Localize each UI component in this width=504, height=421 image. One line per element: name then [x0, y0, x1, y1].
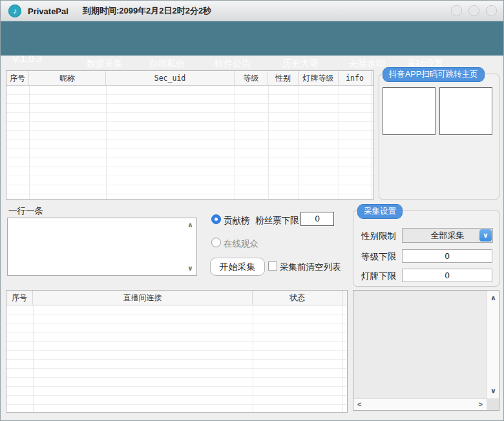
horizontal-scrollbar[interactable]: < >	[353, 398, 487, 410]
scrollbar-corner	[487, 398, 499, 410]
col-badge-level[interactable]: 灯牌等级	[299, 71, 339, 85]
collect-settings-groupbox: 采集设置 性别限制 全部采集 ∨ 等级下限 0 灯牌下限 0	[353, 210, 499, 287]
radio-online-label[interactable]: 在线观众	[224, 238, 258, 250]
textarea-scroll-down-icon[interactable]: ∨	[187, 265, 193, 272]
col-nickname[interactable]: 昵称	[29, 71, 106, 85]
nav-item-announcement[interactable]: 软件公告	[215, 58, 251, 70]
gender-limit-value: 全部采集	[431, 231, 465, 240]
qr-groupbox: 抖音APP扫码可跳转主页	[379, 74, 499, 200]
col-sec-uid[interactable]: Sec_uid	[106, 71, 235, 85]
textarea-scroll-up-icon[interactable]: ∧	[187, 221, 193, 229]
nav-item-history[interactable]: 历史大哥	[282, 58, 319, 70]
badge-min-label: 灯牌下限	[361, 271, 396, 282]
scroll-up-icon[interactable]: ∧	[490, 294, 496, 302]
nav-bar: V.1.0.3 数据采集 自动私信 软件公告 历史大哥 去除水印 基础设置	[1, 21, 503, 56]
user-table-header: 序号 昵称 Sec_uid 等级 性别 灯牌等级 info	[6, 71, 373, 86]
room-table-header: 序号 直播间连接 状态	[6, 291, 347, 305]
vertical-scrollbar[interactable]: ∧ ∨	[487, 291, 499, 398]
douyin-note-icon: ♪	[8, 5, 21, 17]
one-per-line-label: 一行一条	[8, 205, 43, 217]
log-panel: ∧ ∨ < >	[353, 290, 499, 411]
gender-limit-label: 性别限制	[361, 231, 396, 242]
nav-item-auto-message[interactable]: 自动私信	[149, 58, 185, 70]
fan-ticket-input[interactable]: 0	[300, 212, 334, 226]
nav-item-data-collect[interactable]: 数据采集	[87, 58, 123, 70]
radio-contribution-label[interactable]: 贡献榜	[224, 215, 250, 227]
scroll-left-icon[interactable]: <	[357, 401, 361, 408]
close-button[interactable]	[486, 5, 497, 16]
user-table: 序号 昵称 Sec_uid 等级 性别 灯牌等级 info	[6, 70, 374, 200]
scroll-down-icon[interactable]: ∨	[490, 387, 496, 395]
start-collect-button[interactable]: 开始采集	[210, 258, 265, 276]
qr-group-title: 抖音APP扫码可跳转主页	[383, 67, 485, 82]
level-min-input[interactable]: 0	[402, 249, 492, 263]
col-room-filler	[342, 291, 347, 305]
scroll-right-icon[interactable]: >	[479, 401, 483, 408]
col-index[interactable]: 序号	[6, 71, 29, 85]
col-room-status[interactable]: 状态	[253, 291, 342, 305]
nav-item-watermark[interactable]: 去除水印	[349, 58, 385, 70]
version-label: V.1.0.3	[12, 53, 42, 64]
expiry-time-text: 到期时间:2099年2月2日2时2分2秒	[83, 5, 211, 17]
col-info[interactable]: info	[339, 71, 372, 85]
app-window: ♪ PrivatePal 到期时间:2099年2月2日2时2分2秒 V.1.0.…	[0, 0, 504, 421]
clear-before-collect-label[interactable]: 采集前清空列表	[280, 262, 341, 273]
qr-code-left	[383, 87, 436, 135]
col-room-index[interactable]: 序号	[6, 291, 33, 305]
gender-limit-select[interactable]: 全部采集 ∨	[402, 228, 493, 243]
window-controls	[451, 5, 497, 16]
radio-online-viewers[interactable]	[211, 238, 221, 247]
col-filler	[372, 71, 373, 85]
minimize-button[interactable]	[451, 5, 462, 16]
collect-settings-title: 采集设置	[357, 204, 403, 219]
qr-code-right	[439, 87, 492, 135]
room-table: 序号 直播间连接 状态	[6, 290, 348, 413]
maximize-button[interactable]	[468, 5, 479, 16]
badge-min-input[interactable]: 0	[402, 269, 492, 282]
radio-contribution-list[interactable]	[211, 214, 221, 224]
title-bar: ♪ PrivatePal 到期时间:2099年2月2日2时2分2秒	[1, 1, 503, 21]
clear-before-collect-checkbox[interactable]	[268, 262, 277, 271]
col-room-link[interactable]: 直播间连接	[33, 291, 253, 305]
col-gender[interactable]: 性别	[268, 71, 299, 85]
app-title: PrivatePal	[28, 6, 68, 16]
room-table-body[interactable]	[6, 305, 347, 412]
col-level[interactable]: 等级	[235, 71, 268, 85]
room-links-textarea[interactable]: ∧ ∨	[7, 218, 197, 276]
level-min-label: 等级下限	[361, 251, 396, 263]
chevron-down-icon[interactable]: ∨	[479, 229, 492, 241]
user-table-body[interactable]	[6, 86, 373, 199]
fan-ticket-label: 粉丝票下限	[255, 215, 299, 227]
